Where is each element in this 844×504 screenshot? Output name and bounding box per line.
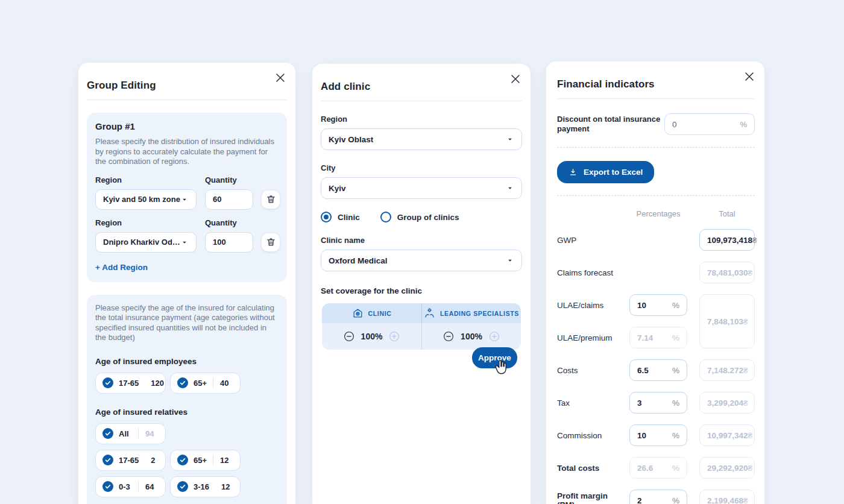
age-range-label: 17-65 (119, 456, 139, 465)
delete-region-button[interactable] (262, 191, 280, 209)
decrease-button[interactable] (443, 331, 454, 342)
age-count-input[interactable]: 94 (144, 429, 159, 438)
coverage-col-clinic: CLINIC (322, 303, 421, 323)
age-range-label: 65+ (194, 379, 207, 388)
total-readonly: 2,199,468₴ (699, 490, 755, 504)
close-button[interactable] (743, 71, 755, 83)
group-section: Group #1 Please specify the distribution… (87, 113, 287, 282)
divider (557, 98, 755, 99)
percent-suffix: % (672, 431, 679, 440)
percent-suffix: % (672, 464, 679, 473)
add-region-link[interactable]: + Add Region (95, 263, 148, 272)
total-readonly: 29,292,920₴ (699, 457, 755, 479)
age-range-label: 0-3 (119, 482, 130, 491)
clinic-name-select[interactable]: Oxford Medical (321, 250, 522, 271)
divider (138, 428, 139, 439)
region-select[interactable]: Dnipro Kharkiv Odesa... (95, 232, 197, 253)
age-range-label: 17-65 (119, 379, 139, 388)
age-chip: 17-65 2 (95, 450, 166, 471)
percentage-input[interactable]: 6.5% (629, 359, 687, 381)
age-chip: 65+ 12 (170, 450, 241, 471)
trash-icon (266, 194, 276, 204)
age-count-input[interactable]: 64 (144, 482, 159, 491)
age-range-label: 65+ (194, 456, 207, 465)
chevron-down-icon (506, 256, 514, 265)
age-count-input[interactable]: 12 (220, 482, 235, 491)
increase-button[interactable] (389, 331, 400, 342)
group-editing-modal: Group Editing Group #1 Please specify th… (78, 63, 295, 504)
age-count-input[interactable]: 2 (150, 456, 164, 465)
checkbox-checked[interactable] (102, 455, 113, 465)
row-label: Profit margin (PM) (557, 491, 617, 504)
age-count-input[interactable]: 40 (219, 379, 233, 388)
close-icon (276, 73, 285, 83)
checkbox-checked[interactable] (102, 481, 113, 492)
row-label: Claims forecast (557, 268, 617, 277)
region-row: Kyiv and 50 km zone 60 (95, 189, 279, 210)
clinic-name-label: Clinic name (321, 236, 522, 245)
percent-suffix: % (740, 120, 747, 129)
close-button[interactable] (509, 73, 521, 85)
percentage-input[interactable]: 10% (629, 294, 687, 316)
dashed-divider (557, 195, 755, 196)
quantity-input[interactable]: 60 (205, 189, 253, 210)
decrease-button[interactable] (344, 331, 354, 342)
age-range-label: All (119, 429, 129, 438)
region-select[interactable]: Kyiv and 50 km zone (95, 189, 197, 210)
radio-clinic[interactable]: Clinic (321, 212, 360, 222)
total-readonly: 78,481,030₴ (699, 262, 755, 283)
percent-suffix: % (672, 398, 679, 408)
discount-label: Discount on total insurance payment (557, 115, 661, 134)
total-input[interactable]: 109,973,418₴ (699, 229, 755, 251)
group-description: Please specify the distribution of insur… (95, 137, 279, 167)
quantity-input[interactable]: 100 (205, 232, 253, 253)
checkbox-checked[interactable] (177, 481, 188, 492)
percent-suffix: % (672, 301, 679, 310)
close-button[interactable] (274, 72, 286, 84)
radio-group-of-clinics[interactable]: Group of clinics (380, 212, 459, 222)
total-readonly: 10,997,342₴ (699, 424, 755, 446)
age-count-input[interactable]: 12 (219, 456, 233, 465)
currency-suffix: ₴ (752, 236, 757, 245)
divider (87, 99, 287, 100)
checkbox-checked[interactable] (177, 377, 188, 388)
percentage-input[interactable]: 10% (629, 424, 687, 446)
age-count-input[interactable]: 120 (150, 379, 164, 388)
city-label: City (321, 163, 522, 172)
increase-button[interactable] (489, 331, 500, 342)
checkbox-checked[interactable] (102, 428, 113, 439)
discount-input[interactable]: 0 % (664, 113, 755, 135)
percent-suffix: % (672, 496, 679, 504)
coverage-specialists-stepper: 100% (421, 323, 521, 350)
financial-table: GWP 109,973,418₴ Claims forecast 78,481,… (557, 229, 755, 504)
download-icon (568, 168, 578, 177)
row-label: ULAE/premium (557, 333, 617, 342)
page-title: Add clinic (321, 64, 522, 93)
close-icon (745, 72, 754, 81)
region-label: Region (95, 175, 197, 184)
currency-suffix: ₴ (748, 464, 753, 473)
delete-region-button[interactable] (262, 233, 280, 251)
percentage-input[interactable]: 3% (629, 392, 687, 414)
percent-suffix: % (672, 333, 679, 342)
checkbox-checked[interactable] (102, 377, 113, 388)
age-chip: 0-3 64 (95, 476, 166, 497)
clinic-icon (352, 307, 364, 319)
radio-selected-icon (321, 212, 332, 222)
coverage-value: 100% (361, 332, 383, 341)
ages-description: Please specify the age of the insured fo… (95, 303, 279, 343)
add-clinic-modal: Add clinic Region Kyiv Oblast City Kyiv … (312, 64, 531, 504)
trash-icon (266, 237, 276, 247)
checkbox-checked[interactable] (177, 455, 188, 465)
approve-button[interactable]: Approve (472, 347, 517, 368)
city-select[interactable]: Kyiv (321, 177, 522, 199)
export-to-excel-button[interactable]: Export to Excel (557, 161, 654, 183)
region-select[interactable]: Kyiv Oblast (321, 128, 522, 150)
percentage-input[interactable]: 2% (629, 490, 687, 504)
age-chip: 65+ 40 (170, 373, 241, 394)
percentage-readonly: 26.6% (629, 457, 687, 479)
coverage-col-leading-specialists: LEADING SPECIALISTS (421, 303, 521, 323)
total-readonly: 3,299,204₴ (699, 392, 755, 414)
radio-unselected-icon (380, 212, 391, 222)
coverage-value: 100% (461, 332, 482, 341)
